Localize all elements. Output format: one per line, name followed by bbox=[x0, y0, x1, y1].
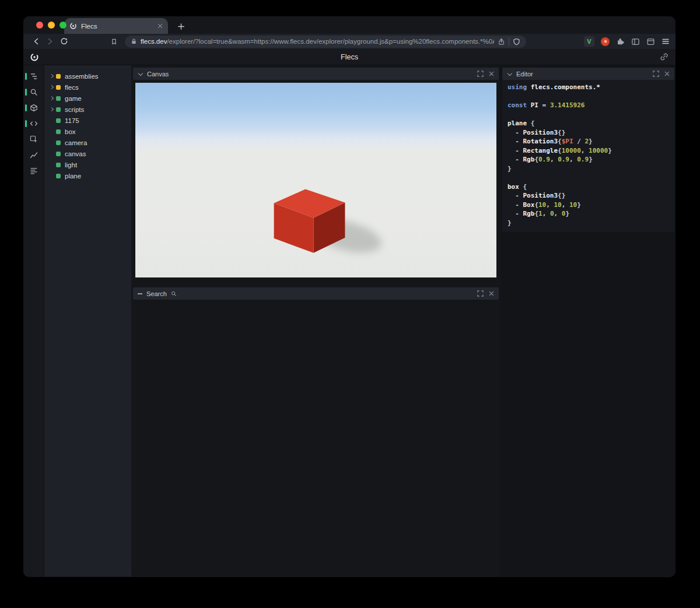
tree-item-game[interactable]: game bbox=[44, 93, 131, 104]
tree-item-box[interactable]: box bbox=[44, 126, 131, 137]
menu-icon[interactable] bbox=[662, 37, 670, 45]
sidebar-toggle-icon[interactable] bbox=[631, 37, 640, 46]
editor-panel-title: Editor bbox=[516, 71, 533, 78]
code-line: - Position3{} bbox=[508, 128, 669, 138]
app-header: Flecs bbox=[23, 49, 676, 65]
share-icon[interactable] bbox=[498, 38, 505, 45]
code-line: const PI = 3.1415926 bbox=[508, 101, 669, 110]
expand-arrow-icon bbox=[50, 151, 56, 157]
expand-arrow-icon bbox=[50, 173, 56, 179]
tree-item-label: flecs bbox=[65, 84, 79, 91]
zoom-window-button[interactable] bbox=[60, 22, 66, 29]
tree-item-label: 1175 bbox=[65, 117, 79, 124]
code-line bbox=[508, 110, 669, 120]
search-panel-title: Search bbox=[146, 290, 167, 297]
reading-list-icon[interactable] bbox=[646, 37, 655, 46]
bookmark-icon[interactable] bbox=[107, 38, 120, 45]
fullscreen-icon[interactable] bbox=[477, 71, 484, 77]
tree-item-label: game bbox=[65, 95, 82, 102]
url-domain: flecs.dev bbox=[141, 38, 167, 45]
new-tab-button[interactable] bbox=[177, 23, 185, 30]
forward-icon[interactable] bbox=[43, 35, 57, 48]
expand-arrow-icon[interactable] bbox=[50, 85, 56, 90]
entity-tree[interactable]: assembliesflecsgamescripts1175boxcamerac… bbox=[44, 65, 131, 577]
queries-icon[interactable] bbox=[23, 163, 44, 178]
entity-color-square bbox=[56, 85, 61, 90]
canvas-3d-icon[interactable] bbox=[23, 100, 44, 115]
url-bar[interactable]: flecs.dev/explorer/?local=true&wasm=http… bbox=[125, 36, 526, 48]
scene-geometry bbox=[135, 83, 496, 277]
code-line: - Rgb{1, 0, 0} bbox=[508, 209, 669, 219]
canvas-panel-title: Canvas bbox=[147, 71, 169, 78]
search-panel-header[interactable]: Search bbox=[133, 287, 499, 300]
url-path: /explorer/?local=true&wasm=https://www.f… bbox=[167, 38, 494, 45]
close-window-button[interactable] bbox=[36, 22, 43, 29]
expand-arrow-icon bbox=[50, 162, 56, 168]
entity-color-square bbox=[56, 152, 61, 156]
close-panel-icon[interactable] bbox=[664, 71, 670, 76]
entity-color-square bbox=[56, 74, 61, 79]
canvas-3d-scene[interactable] bbox=[135, 83, 496, 277]
share-link-icon[interactable] bbox=[660, 52, 668, 61]
entity-color-square bbox=[56, 129, 61, 134]
expand-arrow-icon bbox=[50, 118, 56, 124]
entity-color-square bbox=[56, 163, 61, 167]
reload-icon[interactable] bbox=[57, 35, 71, 48]
code-line bbox=[508, 173, 669, 182]
canvas-panel-header: Canvas bbox=[133, 68, 499, 80]
tree-item-flecs[interactable]: flecs bbox=[44, 82, 131, 93]
puzzle-extensions-icon[interactable] bbox=[616, 37, 625, 46]
code-line: - Rectangle{10000, 10000} bbox=[508, 146, 669, 156]
code-line: box { bbox=[508, 182, 669, 192]
expand-arrow-icon[interactable] bbox=[50, 73, 56, 79]
tree-item-canvas[interactable]: canvas bbox=[44, 148, 131, 159]
collapsed-panel-icon[interactable] bbox=[138, 293, 142, 294]
tree-item-scripts[interactable]: scripts bbox=[44, 104, 131, 115]
stats-chart-icon[interactable] bbox=[23, 147, 44, 163]
browser-tab[interactable]: Flecs bbox=[64, 18, 168, 34]
red-circle-extension-icon[interactable] bbox=[601, 37, 610, 46]
minimize-window-button[interactable] bbox=[48, 22, 55, 29]
editor-code[interactable]: using flecs.components.* const PI = 3.14… bbox=[502, 80, 674, 232]
tree-item-label: plane bbox=[65, 173, 81, 180]
code-editor-icon[interactable] bbox=[23, 116, 44, 131]
collapse-chevron-icon[interactable] bbox=[138, 71, 143, 76]
code-line: } bbox=[508, 219, 669, 228]
window-controls bbox=[36, 22, 66, 29]
close-panel-icon[interactable] bbox=[489, 71, 494, 76]
code-line: - Position3{} bbox=[508, 191, 669, 201]
tree-item-assemblies[interactable]: assemblies bbox=[44, 71, 131, 82]
search-small-icon bbox=[171, 291, 177, 297]
flecs-logo-icon bbox=[30, 52, 39, 62]
tree-item-camera[interactable]: camera bbox=[44, 137, 131, 148]
inspector-icon[interactable] bbox=[23, 132, 44, 147]
tab-close-icon[interactable] bbox=[158, 23, 163, 29]
shield-icon[interactable] bbox=[513, 38, 520, 45]
divider bbox=[509, 38, 509, 45]
fullscreen-icon[interactable] bbox=[477, 290, 484, 297]
entity-color-square bbox=[56, 107, 61, 112]
tree-item-plane[interactable]: plane bbox=[44, 170, 131, 181]
left-icon-strip bbox=[23, 65, 44, 577]
vimium-extension-icon[interactable]: V bbox=[584, 36, 594, 47]
collapse-chevron-icon[interactable] bbox=[507, 71, 512, 76]
entity-tree-icon[interactable] bbox=[23, 69, 44, 84]
code-line: - Box{10, 10, 10} bbox=[508, 201, 669, 210]
tree-item-label: light bbox=[65, 161, 77, 168]
code-line bbox=[508, 92, 669, 101]
tab-bar: Flecs bbox=[23, 16, 676, 34]
tree-item-light[interactable]: light bbox=[44, 159, 131, 170]
lock-icon[interactable] bbox=[131, 38, 137, 45]
fullscreen-icon[interactable] bbox=[653, 71, 659, 77]
search-icon[interactable] bbox=[23, 85, 44, 100]
code-line: - Rotation3{$PI / 2} bbox=[508, 137, 669, 146]
entity-color-square bbox=[56, 118, 61, 123]
canvas-panel-content bbox=[133, 80, 499, 280]
code-line: using flecs.components.* bbox=[508, 83, 669, 92]
expand-arrow-icon[interactable] bbox=[50, 96, 56, 101]
tree-item-1175[interactable]: 1175 bbox=[44, 115, 131, 126]
extensions-area: V bbox=[584, 36, 670, 47]
back-icon[interactable] bbox=[29, 35, 43, 48]
close-panel-icon[interactable] bbox=[489, 291, 494, 296]
expand-arrow-icon[interactable] bbox=[50, 107, 56, 113]
